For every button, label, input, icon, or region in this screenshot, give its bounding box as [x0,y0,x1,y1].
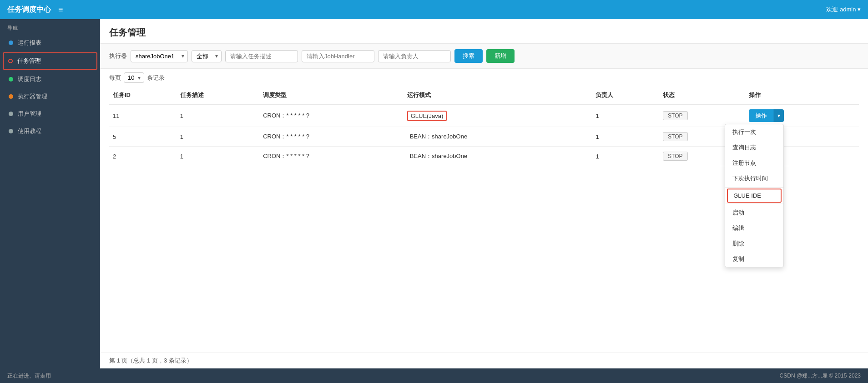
cell-action: 操作 ▾ 执行一次查询日志注册节点下次执行时间GLUE IDE启动编辑删除复制 [745,104,859,127]
sidebar-item-user-manage[interactable]: 用户管理 [0,105,100,123]
sidebar-item-usage-guide[interactable]: 使用教程 [0,123,100,140]
dropdown-item-query-log[interactable]: 查询日志 [725,140,783,155]
per-page-row: 每页 10 25 50 条记录 [100,69,868,87]
toolbar: 执行器 shareJobOne1 全部 搜索 新增 [100,44,868,69]
per-page-label-pre: 每页 [109,74,121,82]
app-brand: 任务调度中心 [7,5,51,15]
dot-icon-usage-guide [9,129,13,133]
dropdown-item-execute-once[interactable]: 执行一次 [725,124,783,140]
search-button[interactable]: 搜索 [454,49,483,63]
task-table: 任务ID 任务描述 调度类型 运行模式 负责人 状态 操作 11 1 CRON：… [109,87,859,166]
status-select-wrapper[interactable]: 全部 [192,50,222,62]
table-header-row: 任务ID 任务描述 调度类型 运行模式 负责人 状态 操作 [109,87,859,104]
per-page-select-wrapper[interactable]: 10 25 50 [124,72,144,83]
cell-task-desc: 1 [177,127,260,147]
th-owner: 负责人 [592,87,659,104]
owner-input[interactable] [378,50,451,62]
cell-schedule-type: CRON：* * * * * ? [259,147,403,166]
cell-owner: 1 [592,127,659,147]
dropdown-item-glue-ide[interactable]: GLUE IDE [727,189,782,203]
new-button[interactable]: 新增 [486,49,515,63]
cell-schedule-type: CRON：* * * * * ? [259,127,403,147]
job-handler-input[interactable] [302,50,374,62]
task-desc-input[interactable] [225,50,298,62]
main-layout: 导航 运行报表 任务管理 调度日志 执行器管理 用户管理 使用教程 任务管理 [0,19,868,368]
th-task-id: 任务ID [109,87,177,104]
topbar: 任务调度中心 ≡ 欢迎 admin ▾ [0,0,868,19]
sidebar-item-label-run-report: 运行报表 [18,39,41,47]
menu-icon[interactable]: ≡ [58,5,63,15]
cell-run-mode: GLUE(Java) [404,104,592,127]
table-wrapper: 任务ID 任务描述 调度类型 运行模式 负责人 状态 操作 11 1 CRON：… [100,87,868,352]
cell-run-mode: BEAN：shareJobOne [404,127,592,147]
dropdown-item-delete[interactable]: 删除 [725,236,783,251]
action-caret-button[interactable]: ▾ [773,109,784,122]
sidebar-item-label-schedule-log: 调度日志 [18,75,41,83]
per-page-label-post: 条记录 [147,74,165,82]
sidebar-item-label-task-manage: 任务管理 [17,57,41,65]
executor-label: 执行器 [109,52,127,60]
sidebar-item-label-usage-guide: 使用教程 [18,127,41,135]
th-run-mode: 运行模式 [404,87,592,104]
topbar-left: 任务调度中心 ≡ [7,5,63,15]
sidebar-item-run-report[interactable]: 运行报表 [0,34,100,51]
dot-icon-executor-manage [9,94,13,99]
cell-task-id: 11 [109,104,177,127]
dot-icon-schedule-log [9,77,13,82]
sidebar-item-executor-manage[interactable]: 执行器管理 [0,88,100,105]
user-menu[interactable]: 欢迎 admin ▾ [826,5,861,14]
status-select[interactable]: 全部 [192,50,222,62]
action-main-button[interactable]: 操作 [749,109,773,122]
sidebar-item-schedule-log[interactable]: 调度日志 [0,71,100,88]
page-title: 任务管理 [100,19,868,44]
th-task-desc: 任务描述 [177,87,260,104]
dropdown-item-edit[interactable]: 编辑 [725,220,783,236]
cell-task-id: 5 [109,127,177,147]
bottombar-right: CSDN @郑...方...雇 © 2015-2023 [780,372,861,380]
cell-schedule-type: CRON：* * * * * ? [259,104,403,127]
th-status: 状态 [659,87,745,104]
pagination-info: 第 1 页（总共 1 页，3 条记录） [100,352,868,368]
dot-icon-run-report [9,41,13,45]
cell-task-desc: 1 [177,104,260,127]
bottombar: 正在进进、请走用 CSDN @郑...方...雇 © 2015-2023 [0,368,868,383]
dropdown-item-copy[interactable]: 复制 [725,251,783,267]
dot-icon-task-manage [8,59,13,63]
content-area: 任务管理 执行器 shareJobOne1 全部 搜索 新增 每页 [100,19,868,368]
dropdown-item-next-run-time[interactable]: 下次执行时间 [725,171,783,186]
action-dropdown-menu: 执行一次查询日志注册节点下次执行时间GLUE IDE启动编辑删除复制 [725,124,784,267]
sidebar: 导航 运行报表 任务管理 调度日志 执行器管理 用户管理 使用教程 [0,19,100,368]
executor-select[interactable]: shareJobOne1 [131,50,188,62]
per-page-select[interactable]: 10 25 50 [124,72,144,83]
executor-select-wrapper[interactable]: shareJobOne1 [131,50,188,62]
table-row: 11 1 CRON：* * * * * ? GLUE(Java) 1 STOP … [109,104,859,127]
cell-run-mode: BEAN：shareJobOne [404,147,592,166]
cell-task-id: 2 [109,147,177,166]
sidebar-item-label-executor-manage: 执行器管理 [18,92,47,101]
sidebar-nav-label: 导航 [0,19,100,34]
dropdown-item-register-node[interactable]: 注册节点 [725,155,783,171]
cell-owner: 1 [592,147,659,166]
th-action: 操作 [745,87,859,104]
th-schedule-type: 调度类型 [259,87,403,104]
bottombar-left: 正在进进、请走用 [7,372,51,380]
cell-owner: 1 [592,104,659,127]
dropdown-item-start[interactable]: 启动 [725,205,783,220]
action-btn-group: 操作 ▾ 执行一次查询日志注册节点下次执行时间GLUE IDE启动编辑删除复制 [749,109,784,122]
dot-icon-user-manage [9,112,13,116]
sidebar-item-task-manage[interactable]: 任务管理 [3,52,97,70]
cell-task-desc: 1 [177,147,260,166]
sidebar-item-label-user-manage: 用户管理 [18,110,41,118]
